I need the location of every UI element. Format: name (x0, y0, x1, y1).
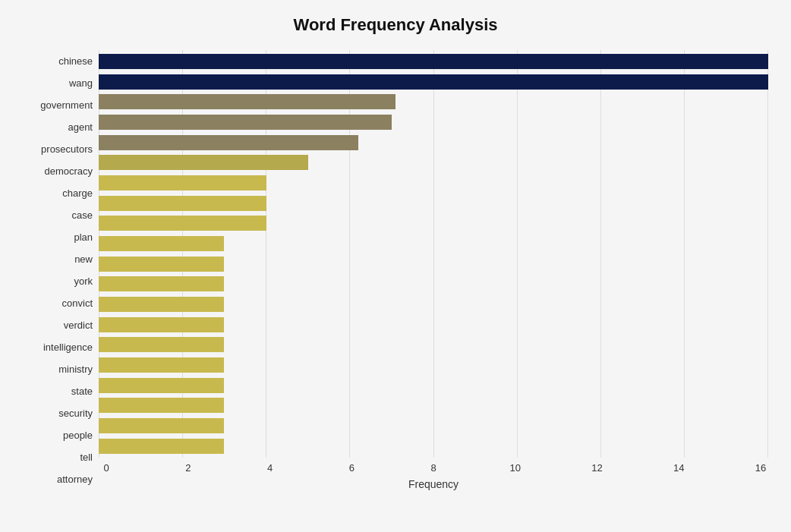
bar (99, 94, 396, 109)
bars-and-grid: 0246810121416 Frequency (99, 50, 768, 490)
chart-title: Word Frequency Analysis (23, 15, 768, 35)
y-label: agent (23, 116, 93, 137)
y-label: charge (23, 182, 93, 203)
bar-row (99, 235, 768, 252)
chart-area: chinesewanggovernmentagentprosecutorsdem… (23, 50, 768, 490)
x-axis-label: 8 (426, 462, 441, 474)
bar (99, 398, 224, 413)
y-label: wang (23, 72, 93, 93)
bar-row (99, 114, 768, 131)
x-axis: 0246810121416 (99, 462, 768, 474)
x-axis-label: 14 (671, 462, 686, 474)
bar-row (99, 336, 768, 353)
bar (99, 317, 224, 332)
bar (99, 236, 224, 251)
y-label: tell (23, 447, 93, 468)
y-label: new (23, 248, 93, 269)
x-axis-label: 4 (263, 462, 278, 474)
x-axis-label: 2 (181, 462, 196, 474)
bar (99, 175, 266, 190)
bar (99, 378, 224, 393)
bar (99, 276, 224, 291)
y-label: prosecutors (23, 138, 93, 159)
bar-row (99, 134, 768, 151)
y-labels: chinesewanggovernmentagentprosecutorsdem… (23, 50, 99, 490)
bar (99, 337, 224, 352)
bars-wrapper (99, 50, 768, 458)
x-axis-label: 0 (99, 462, 114, 474)
y-label: york (23, 270, 93, 291)
bar-row (99, 417, 768, 434)
bar-row (99, 93, 768, 110)
x-axis-title: Frequency (99, 478, 768, 490)
bar (99, 418, 224, 433)
bar-row (99, 438, 768, 455)
x-axis-label: 12 (590, 462, 605, 474)
y-label: ministry (23, 359, 93, 380)
y-label: intelligence (23, 337, 93, 358)
bar (99, 196, 266, 211)
bar-row (99, 296, 768, 313)
bar-row (99, 195, 768, 212)
x-axis-label: 6 (344, 462, 359, 474)
y-label: democracy (23, 160, 93, 181)
y-label: security (23, 403, 93, 424)
bar (99, 357, 224, 373)
bar-row (99, 397, 768, 414)
y-label: convict (23, 293, 93, 314)
bar (99, 135, 358, 150)
bar (99, 439, 224, 454)
bar (99, 74, 768, 90)
y-label: attorney (23, 469, 93, 490)
bar-row (99, 275, 768, 292)
bar (99, 54, 768, 69)
bar-row (99, 316, 768, 333)
bar-row (99, 154, 768, 171)
bar-row (99, 74, 768, 90)
bar-row (99, 215, 768, 231)
bar-row (99, 377, 768, 394)
bar (99, 216, 266, 231)
y-label: plan (23, 226, 93, 247)
bar (99, 155, 308, 170)
bar (99, 257, 224, 272)
x-axis-label: 16 (753, 462, 768, 474)
y-label: government (23, 94, 93, 115)
y-label: state (23, 381, 93, 402)
grid-and-bars (99, 50, 768, 458)
bar-row (99, 357, 768, 373)
bar-row (99, 53, 768, 70)
y-label: case (23, 204, 93, 225)
y-label: people (23, 425, 93, 446)
bar (99, 297, 224, 312)
x-axis-label: 10 (508, 462, 523, 474)
bar-row (99, 175, 768, 191)
bar-row (99, 256, 768, 272)
y-label: chinese (23, 50, 93, 71)
bar (99, 115, 392, 130)
chart-container: Word Frequency Analysis chinesewanggover… (0, 0, 791, 532)
y-label: verdict (23, 315, 93, 336)
